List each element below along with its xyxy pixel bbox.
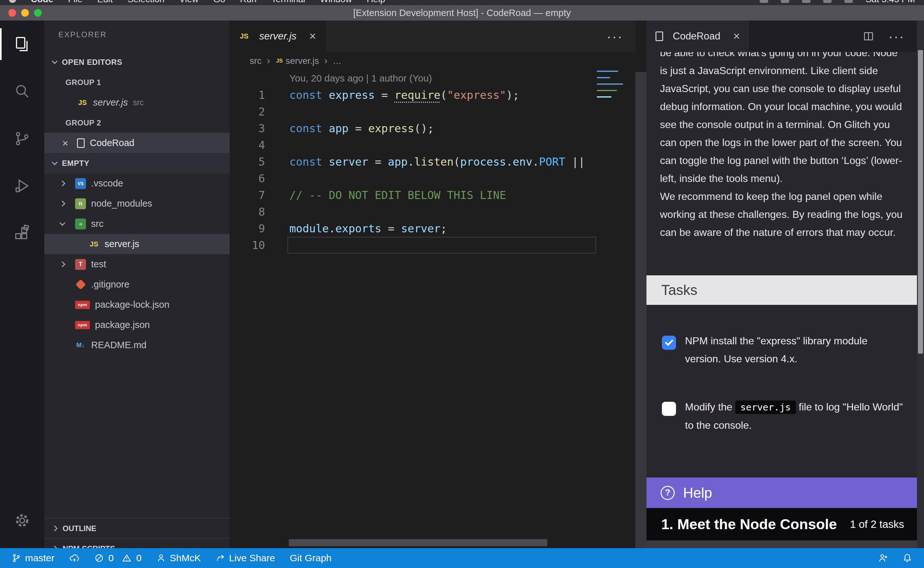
apple-menu-icon[interactable] (9, 0, 16, 3)
menu-item-file[interactable]: File (68, 0, 83, 5)
menu-item-terminal[interactable]: Terminal (271, 0, 305, 5)
tree-item-readme-md[interactable]: M↓README.md (44, 335, 230, 355)
close-editor-icon[interactable]: × (62, 138, 77, 148)
menu-clock[interactable]: Sat 5:45 PM (865, 0, 915, 5)
menu-item-window[interactable]: Window (320, 0, 352, 5)
code-token: app (388, 155, 407, 168)
code-line-7[interactable]: 7// -- DO NOT EDIT BELOW THIS LINE (230, 187, 635, 204)
open-editor-item[interactable]: JSserver.jssrc (44, 92, 230, 113)
line-number: 2 (230, 105, 265, 118)
workspace-header[interactable]: EMPTY (44, 153, 230, 173)
vertical-scrollbar[interactable] (917, 21, 924, 548)
sync-status[interactable] (69, 553, 80, 563)
menu-status-icon[interactable] (760, 0, 768, 3)
tree-item-package-json[interactable]: npmpackage.json (44, 315, 230, 335)
panel-scrollbar-strip[interactable] (647, 541, 917, 548)
scrollbar-thumb[interactable] (918, 50, 923, 353)
breadcrumb-separator-icon: › (267, 54, 270, 66)
task-checkbox[interactable] (662, 336, 676, 350)
editor-more-actions-icon[interactable]: ··· (607, 33, 623, 40)
horizontal-scrollbar[interactable] (289, 539, 547, 546)
tab-coderoad[interactable]: CodeRoad × (647, 21, 749, 52)
menu-item-edit[interactable]: Edit (97, 0, 113, 5)
section-outline[interactable]: OUTLINE (44, 518, 230, 538)
tree-item--vscode[interactable]: VS.vscode (44, 173, 230, 193)
problems-status[interactable]: 0 0 (94, 553, 142, 563)
activity-bar (0, 21, 44, 548)
menu-item-go[interactable]: Go (213, 0, 225, 5)
file-name: package-lock.json (95, 299, 169, 310)
panel-more-actions-icon[interactable]: ··· (888, 33, 905, 40)
sash[interactable] (635, 72, 647, 548)
settings-gear-button[interactable] (0, 501, 44, 548)
notifications-bell-button[interactable] (902, 553, 912, 563)
menu-status-icon[interactable] (781, 0, 789, 3)
code-line-6[interactable]: 6 (230, 170, 635, 187)
js-file-icon: JS (77, 97, 88, 108)
close-tab-icon[interactable]: × (309, 30, 316, 42)
minimap-line (597, 71, 618, 72)
code-line-8[interactable]: 8 (230, 204, 635, 220)
tree-item-server-js[interactable]: JSserver.js (44, 234, 230, 254)
tree-item-src[interactable]: ‹›src (44, 214, 230, 234)
live-share-invite-button[interactable] (878, 553, 888, 563)
code-token: . (506, 155, 513, 168)
tab-server-js[interactable]: JS server.js × (230, 21, 326, 52)
minimap[interactable] (597, 71, 624, 103)
activity-extensions-button[interactable] (0, 209, 44, 257)
code-line-2[interactable]: 2 (230, 103, 635, 120)
line-text: // -- DO NOT EDIT BELOW THIS LINE (289, 189, 506, 201)
tab-title: CodeRoad (673, 30, 720, 42)
menu-item-code[interactable]: Code (31, 0, 53, 5)
help-section[interactable]: ? Help (647, 477, 917, 508)
account-status[interactable]: ShMcK (156, 553, 201, 563)
menu-item-help[interactable]: Help (367, 0, 385, 5)
menu-item-run[interactable]: Run (240, 0, 256, 5)
breadcrumb-item[interactable]: JSserver.js (275, 56, 319, 66)
breadcrumb-item[interactable]: src (250, 56, 261, 66)
code-token: module (289, 222, 329, 235)
code-line-3[interactable]: 3const app = express(); (230, 120, 635, 137)
test-file-icon: T (75, 259, 86, 270)
npm-file-icon: npm (75, 321, 90, 329)
activity-search-button[interactable] (0, 68, 44, 115)
menu-status-icon[interactable] (823, 0, 832, 3)
zoom-window-button[interactable] (34, 9, 42, 17)
breadcrumb-item[interactable]: … (333, 56, 342, 66)
activity-source-control-button[interactable] (0, 115, 44, 162)
live-share-status[interactable]: Live Share (216, 553, 275, 563)
close-tab-icon[interactable]: × (733, 30, 740, 42)
split-editor-icon[interactable] (863, 30, 874, 42)
editor-panel-divider[interactable] (635, 21, 647, 548)
gear-icon (13, 512, 31, 529)
activity-explorer-button[interactable] (0, 21, 44, 68)
code-line-4[interactable]: 4 (230, 137, 635, 153)
code-line-10[interactable]: 10 (230, 237, 635, 254)
workspace-label: EMPTY (62, 159, 89, 168)
git-graph-status[interactable]: Git Graph (290, 553, 332, 563)
open-editor-item[interactable]: ×CodeRoad (44, 133, 230, 153)
coderoad-panel: CodeRoad × ··· be able to check what's g… (647, 21, 917, 548)
menu-item-selection[interactable]: Selection (127, 0, 164, 5)
tree-item-node-modules[interactable]: nnode_modules (44, 193, 230, 214)
task-text: Modify the server.js file to log "Hello … (685, 398, 904, 434)
menu-item-view[interactable]: View (179, 0, 199, 5)
git-branch-status[interactable]: master (12, 553, 54, 563)
code-token: const (289, 155, 329, 168)
menu-status-icon[interactable] (844, 0, 853, 3)
task-checkbox[interactable] (662, 402, 676, 416)
section-npm-scripts[interactable]: NPM SCRIPTS (44, 538, 230, 548)
tree-item-test[interactable]: Ttest (44, 254, 230, 274)
code-line-5[interactable]: 5const server = app.listen(process.env.P… (230, 153, 635, 170)
files-icon (13, 35, 31, 53)
close-window-button[interactable] (8, 9, 16, 17)
activity-run-debug-button[interactable] (0, 162, 44, 209)
minimize-window-button[interactable] (21, 9, 29, 17)
panel-tab-bar: CodeRoad × ··· (647, 21, 917, 52)
code-line-9[interactable]: 9module.exports = server; (230, 220, 635, 237)
code-line-1[interactable]: 1const express = require("express"); (230, 87, 635, 103)
menu-status-icon[interactable] (802, 0, 811, 3)
tree-item-package-lock-json[interactable]: npmpackage-lock.json (44, 295, 230, 315)
open-editors-header[interactable]: OPEN EDITORS (44, 52, 230, 72)
tree-item--gitignore[interactable]: .gitignore (44, 274, 230, 295)
